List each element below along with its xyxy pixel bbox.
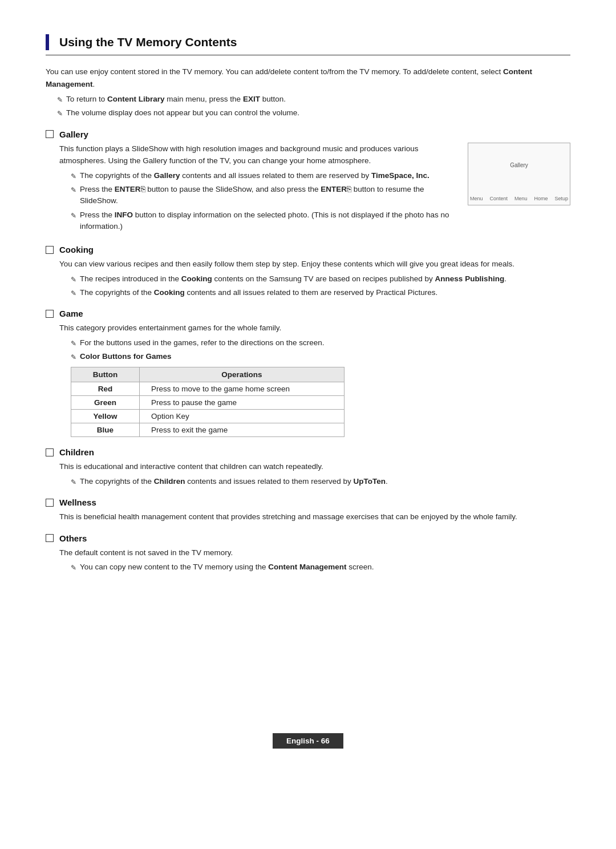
- gallery-title: Gallery: [59, 130, 88, 139]
- section-cooking-header: Cooking: [46, 245, 570, 254]
- others-desc: The default content is not saved in the …: [59, 547, 570, 559]
- gallery-desc: This function plays a SlideShow with hig…: [59, 143, 456, 167]
- note-icon: ✎: [71, 338, 76, 349]
- gallery-body: This function plays a SlideShow with hig…: [59, 143, 570, 235]
- section-children-header: Children: [46, 447, 570, 457]
- others-title: Others: [59, 533, 87, 543]
- cooking-title: Cooking: [59, 245, 94, 254]
- section-game: Game This category provides entertainmen…: [46, 309, 570, 437]
- children-checkbox-icon: [46, 448, 54, 456]
- wellness-checkbox-icon: [46, 499, 54, 507]
- others-checkbox-icon: [46, 534, 54, 542]
- game-desc: This category provides entertainment gam…: [59, 322, 570, 334]
- wellness-title: Wellness: [59, 498, 96, 507]
- game-table-container: Button Operations Red Press to move to t…: [71, 367, 570, 437]
- others-body: The default content is not saved in the …: [59, 547, 570, 573]
- intro-note-2: ✎ The volume display does not appear but…: [57, 107, 570, 119]
- wellness-desc: This is beneficial health management con…: [59, 511, 570, 523]
- table-row: Green Press to pause the game: [71, 396, 345, 410]
- section-others: Others The default content is not saved …: [46, 533, 570, 573]
- children-desc: This is educational and interactive cont…: [59, 460, 570, 473]
- page-title: Using the TV Memory Contents: [59, 35, 237, 49]
- op-yellow: Option Key: [140, 410, 345, 423]
- section-wellness-header: Wellness: [46, 498, 570, 507]
- intro-note-1: ✎ To return to Content Library main menu…: [57, 94, 570, 105]
- gallery-note-1: ✎ The copyrights of the Gallery contents…: [71, 170, 456, 181]
- button-blue: Blue: [71, 423, 140, 437]
- cooking-note-2: ✎ The copyrights of the Cooking contents…: [71, 287, 570, 298]
- cooking-checkbox-icon: [46, 246, 54, 254]
- note-icon: ✎: [71, 477, 76, 487]
- section-children: Children This is educational and interac…: [46, 447, 570, 487]
- table-header-operations: Operations: [140, 367, 345, 382]
- title-accent-bar: [46, 34, 49, 50]
- note-icon: ✎: [57, 95, 63, 105]
- button-green: Green: [71, 396, 140, 410]
- op-green: Press to pause the game: [140, 396, 345, 410]
- section-others-header: Others: [46, 533, 570, 543]
- section-cooking: Cooking You can view various recipes and…: [46, 245, 570, 298]
- gallery-note-2: ✎ Press the ENTER⎘ button to pause the S…: [71, 184, 456, 207]
- footer-badge: English - 66: [273, 733, 343, 749]
- table-row: Yellow Option Key: [71, 410, 345, 423]
- children-body: This is educational and interactive cont…: [59, 460, 570, 487]
- page-footer: English - 66: [46, 733, 570, 749]
- game-note-1: ✎ For the buttons used in the games, ref…: [71, 337, 570, 349]
- gallery-note-3: ✎ Press the INFO button to display infor…: [71, 209, 456, 233]
- section-game-header: Game: [46, 309, 570, 318]
- cooking-note-1: ✎ The recipes introduced in the Cooking …: [71, 273, 570, 285]
- note-icon: ✎: [71, 211, 76, 221]
- note-icon: ✎: [71, 563, 76, 573]
- game-body: This category provides entertainment gam…: [59, 322, 570, 437]
- page-header: Using the TV Memory Contents: [46, 34, 570, 55]
- note-icon: ✎: [71, 288, 76, 298]
- children-note-1: ✎ The copyrights of the Children content…: [71, 476, 570, 487]
- game-title: Game: [59, 309, 83, 318]
- children-title: Children: [59, 447, 94, 457]
- gallery-screenshot: Gallery Menu Content Menu Home Setup: [468, 143, 570, 205]
- game-table-title: ✎ Color Buttons for Games: [71, 351, 570, 362]
- wellness-body: This is beneficial health management con…: [59, 511, 570, 523]
- gallery-screen-label: Gallery: [510, 162, 528, 168]
- note-icon: ✎: [71, 274, 76, 285]
- table-row: Red Press to move to the game home scree…: [71, 382, 345, 396]
- note-icon: ✎: [71, 171, 76, 181]
- section-wellness: Wellness This is beneficial health manag…: [46, 498, 570, 523]
- game-table: Button Operations Red Press to move to t…: [71, 367, 345, 437]
- section-gallery: Gallery This function plays a SlideShow …: [46, 130, 570, 235]
- note-icon: ✎: [71, 352, 76, 362]
- gallery-checkbox-icon: [46, 130, 54, 138]
- table-header-button: Button: [71, 367, 140, 382]
- note-icon: ✎: [57, 108, 63, 119]
- op-red: Press to move to the game home screen: [140, 382, 345, 396]
- intro-section: You can use enjoy content stored in the …: [46, 66, 570, 119]
- gallery-screen-nav: Menu Content Menu Home Setup: [468, 196, 570, 201]
- button-red: Red: [71, 382, 140, 396]
- section-gallery-header: Gallery: [46, 130, 570, 139]
- others-note-1: ✎ You can copy new content to the TV mem…: [71, 561, 570, 573]
- cooking-body: You can view various recipes and then ea…: [59, 258, 570, 298]
- title-bar: Using the TV Memory Contents: [46, 34, 237, 50]
- intro-text: You can use enjoy content stored in the …: [46, 66, 570, 90]
- gallery-layout: This function plays a SlideShow with hig…: [59, 143, 570, 235]
- note-icon: ✎: [71, 185, 76, 195]
- gallery-text: This function plays a SlideShow with hig…: [59, 143, 456, 235]
- button-yellow: Yellow: [71, 410, 140, 423]
- table-row: Blue Press to exit the game: [71, 423, 345, 437]
- game-checkbox-icon: [46, 310, 54, 318]
- op-blue: Press to exit the game: [140, 423, 345, 437]
- cooking-desc: You can view various recipes and then ea…: [59, 258, 570, 270]
